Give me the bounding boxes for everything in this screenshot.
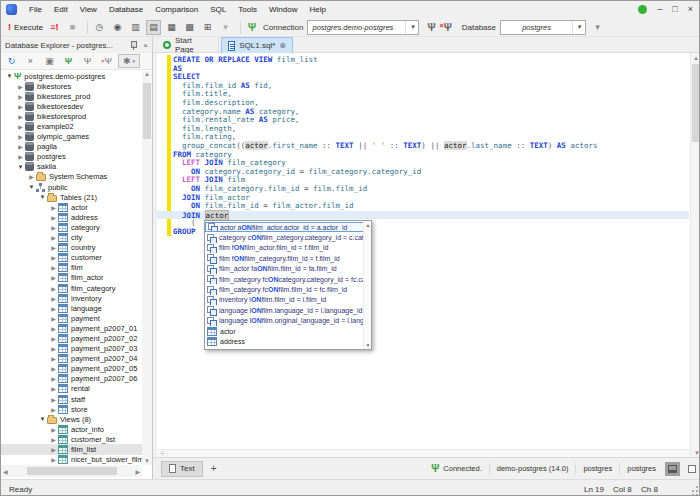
expand-icon[interactable]: ▶ — [49, 264, 58, 271]
toolbar-overflow-icon[interactable]: ▾ — [218, 20, 233, 35]
scroll-down-icon[interactable]: ▼ — [364, 342, 372, 348]
minimize-button[interactable]: – — [657, 5, 662, 14]
code-line[interactable]: film.rental_rate AS price, — [173, 116, 689, 125]
connect-button[interactable]: Ψ — [427, 22, 435, 33]
expand-icon[interactable]: ▶ — [49, 224, 58, 231]
snippets-icon[interactable]: ▩ — [182, 20, 197, 35]
stop-refresh-icon[interactable]: × — [23, 54, 38, 68]
expand-icon[interactable]: ▶ — [49, 426, 58, 433]
options-icon[interactable]: ✱▾ — [118, 54, 140, 68]
tree-item-inventory[interactable]: ▶inventory — [1, 293, 142, 303]
autocomplete-item[interactable]: actor — [205, 326, 371, 336]
expand-icon[interactable]: ▶ — [49, 396, 58, 403]
tree-item-olympic-games[interactable]: ▶olympic_games — [1, 132, 142, 142]
menu-view[interactable]: View — [74, 3, 103, 16]
menu-comparison[interactable]: Comparison — [149, 3, 204, 16]
tree-item-language[interactable]: ▶language — [1, 303, 142, 313]
collapse-icon[interactable]: ▼ — [38, 194, 47, 200]
expand-icon[interactable]: ▶ — [49, 456, 58, 463]
tree-item-city[interactable]: ▶city — [1, 233, 142, 243]
code-line[interactable]: ON film.film_id = film_actor.film_id — [173, 202, 689, 211]
database-name[interactable]: postgres — [575, 463, 619, 475]
collapse-icon[interactable]: ▼ — [5, 73, 14, 79]
tree-item-bikestoresdev[interactable]: ▶bikestoresdev — [1, 101, 142, 111]
profiler-icon[interactable]: ◉ — [110, 20, 125, 35]
database-overflow-icon[interactable]: ▾ — [590, 20, 605, 35]
tree-item-customer-list[interactable]: ▶customer_list — [1, 434, 142, 444]
code-line[interactable]: AS — [173, 65, 689, 74]
explorer-vertical-scrollbar[interactable]: ▲ ▼ — [142, 71, 152, 465]
menu-help[interactable]: Help — [303, 3, 331, 16]
explorer-horizontal-scrollbar[interactable]: ◀ ▶ — [1, 465, 142, 477]
menu-sql[interactable]: SQL — [204, 3, 232, 16]
tree-item-tables-21-[interactable]: ▼Tables (21) — [1, 192, 142, 202]
tab-start-page[interactable]: Start Page — [157, 37, 219, 53]
expand-icon[interactable]: ▶ — [49, 234, 58, 241]
compare-icon[interactable]: ▦ — [164, 20, 179, 35]
tree-item-film[interactable]: ▶film — [1, 263, 142, 273]
scrollbar-thumb[interactable] — [27, 467, 117, 475]
tree-item-payment-p2007-05[interactable]: ▶payment_p2007_05 — [1, 364, 142, 374]
execute-button[interactable]: !Execute — [7, 20, 44, 35]
tree-item-bikestores-prod[interactable]: ▶bikestores_prod — [1, 91, 142, 101]
editor-vertical-scrollbar[interactable]: ▲ ▼ — [690, 53, 700, 457]
tree-item-system-schemas[interactable]: ▶System Schemas — [1, 172, 142, 182]
autocomplete-item[interactable]: language l ON film.language_id = l.langu… — [205, 305, 371, 315]
scroll-up-icon[interactable]: ▲ — [364, 222, 372, 228]
autocomplete-item[interactable]: actor a ON film_actor.actor_id = a.actor… — [205, 222, 371, 232]
connect-icon[interactable]: Ψ — [80, 54, 95, 68]
tree-item-film-category[interactable]: ▶film_category — [1, 283, 142, 293]
expand-icon[interactable]: ▶ — [49, 345, 58, 352]
tree-item-payment-p2007-03[interactable]: ▶payment_p2007_03 — [1, 344, 142, 354]
tree-item-views-8-[interactable]: ▼Views (8) — [1, 414, 142, 424]
tree-item-postgres[interactable]: ▶postgres — [1, 152, 142, 162]
text-view-tab[interactable]: Text — [161, 461, 203, 477]
code-area[interactable]: CREATE OR REPLACE VIEW film_listASSELECT… — [173, 56, 689, 236]
tree-item-payment-p2007-02[interactable]: ▶payment_p2007_02 — [1, 333, 142, 343]
expand-icon[interactable]: ▶ — [49, 385, 58, 392]
float-view-button[interactable] — [684, 462, 699, 476]
autocomplete-item[interactable]: inventory i ON film.film_id = i.film_id — [205, 295, 371, 305]
expand-icon[interactable]: ▶ — [49, 254, 58, 261]
expand-icon[interactable]: ▶ — [49, 365, 58, 372]
scroll-down-icon[interactable]: ▼ — [144, 458, 150, 464]
layout-vertical-icon[interactable]: ▤ — [146, 20, 161, 35]
tree-item-film-list[interactable]: ▶film_list — [1, 444, 142, 454]
expand-icon[interactable]: ▶ — [49, 355, 58, 362]
expand-icon[interactable]: ▶ — [49, 375, 58, 382]
collapse-icon[interactable]: ▼ — [38, 416, 47, 422]
scrollbar-thumb[interactable] — [692, 64, 700, 142]
expand-icon[interactable]: ▶ — [49, 436, 58, 443]
code-line[interactable]: ON category.category_id = film_category.… — [173, 168, 689, 177]
explorer-panel-header[interactable]: Database Explorer - postgres... × — [1, 37, 153, 53]
layout-horizontal-icon[interactable]: ▥ — [128, 20, 143, 35]
expand-icon[interactable]: ▶ — [27, 173, 36, 180]
expand-icon[interactable]: ▶ — [49, 446, 58, 453]
scroll-left-icon[interactable]: ◀ — [3, 468, 8, 475]
scroll-up-icon[interactable]: ▲ — [142, 71, 152, 77]
code-line[interactable]: group_concat((actor.first_name :: TEXT |… — [173, 142, 689, 151]
collapse-icon[interactable]: ▼ — [27, 184, 36, 190]
code-line[interactable]: film.film_id AS fid, — [173, 82, 689, 91]
tree-item-rental[interactable]: ▶rental — [1, 384, 142, 394]
expand-icon[interactable]: ▶ — [16, 113, 25, 120]
expand-icon[interactable]: ▶ — [16, 133, 25, 140]
connection-select[interactable]: postgres.demo-postgres ▾ — [307, 20, 419, 35]
autocomplete-item[interactable]: film_category fc ON film.film_id = fc.fi… — [205, 284, 371, 294]
menu-edit[interactable]: Edit — [48, 3, 74, 16]
tab-sql1[interactable]: SQL1.sql* ⊗ — [221, 37, 293, 53]
tree-item-pagila[interactable]: ▶pagila — [1, 142, 142, 152]
editor-splitter[interactable]: ⊹ · — [157, 449, 690, 457]
tree-item-sakila[interactable]: ▼sakila — [1, 162, 142, 172]
autocomplete-item[interactable]: film_category fc ON category.category_id… — [205, 274, 371, 284]
refresh-icon[interactable]: ↻ — [4, 54, 19, 68]
code-line[interactable]: CREATE OR REPLACE VIEW film_list — [173, 56, 689, 65]
database-select[interactable]: postgres ▾ — [500, 20, 586, 35]
scroll-down-icon[interactable]: ▼ — [694, 448, 700, 456]
autocomplete-item[interactable]: film f ON film_category.film_id = f.film… — [205, 253, 371, 263]
pin-icon[interactable] — [129, 41, 137, 50]
tree-item-nicer-but-slower-film-list[interactable]: ▶nicer_but_slower_film_list — [1, 455, 142, 465]
autocomplete-item[interactable]: film f ON film_actor.film_id = f.film_id — [205, 243, 371, 253]
expand-icon[interactable]: ▶ — [49, 285, 58, 292]
add-view-button[interactable]: + — [211, 463, 217, 474]
